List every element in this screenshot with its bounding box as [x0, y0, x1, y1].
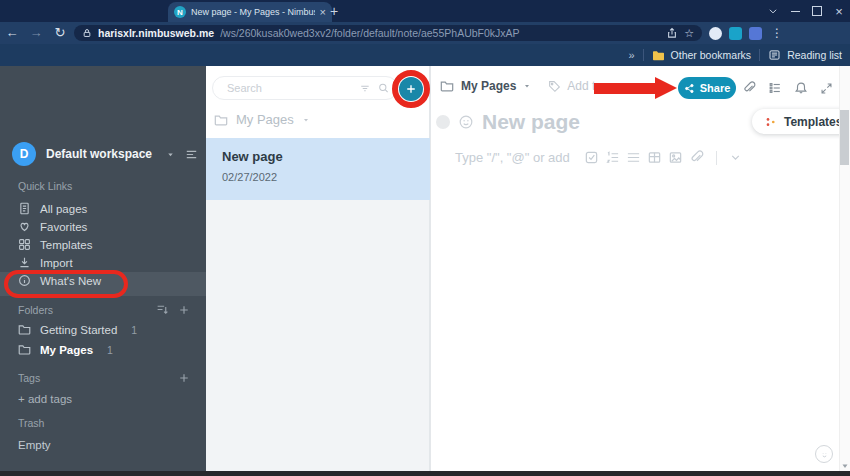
- page-title[interactable]: New page: [482, 110, 580, 134]
- share-label: Share: [700, 82, 731, 94]
- window-minimize-button[interactable]: [784, 0, 806, 22]
- notes-folder-header[interactable]: My Pages: [214, 112, 310, 127]
- bookmarks-bar: » Other bookmarks Reading list: [0, 44, 850, 66]
- help-face-icon: [820, 450, 829, 459]
- attachment-icon[interactable]: [742, 81, 756, 95]
- sidebar-item-label: Favorites: [40, 221, 87, 233]
- folder-label: Getting Started: [40, 324, 117, 336]
- trash-header: Trash: [18, 417, 44, 429]
- editor-body-placeholder-row[interactable]: Type "/", "@" or add: [455, 150, 742, 165]
- tab-close-icon[interactable]: ×: [320, 7, 326, 18]
- search-box[interactable]: [212, 76, 398, 100]
- quick-links-header: Quick Links: [18, 180, 72, 192]
- reading-list-button[interactable]: Reading list: [768, 49, 842, 61]
- annotation-arrow-share: [594, 83, 656, 94]
- notes-list-empty-area: [206, 200, 429, 471]
- browser-menu-icon[interactable]: ⋮: [771, 26, 784, 40]
- screenshot-bottom-edge: [0, 471, 850, 476]
- sidebar-item-label: All pages: [40, 203, 87, 215]
- image-icon[interactable]: [668, 150, 683, 165]
- forward-button[interactable]: →: [24, 22, 48, 44]
- folder-icon: [214, 113, 228, 127]
- emoji-icon[interactable]: [458, 114, 474, 130]
- profile-chevron-icon[interactable]: [762, 0, 784, 22]
- workspace-caret-icon: [166, 150, 175, 159]
- collapse-sidebar-icon[interactable]: [185, 149, 198, 160]
- annotation-circle-add-button: [392, 70, 430, 108]
- toolbar-divider: [716, 151, 717, 165]
- page-status-dot: [436, 115, 450, 129]
- outline-icon[interactable]: [768, 81, 782, 95]
- note-list-item[interactable]: New page 02/27/2022: [206, 138, 430, 200]
- search-input[interactable]: [225, 81, 359, 95]
- notes-folder-title: My Pages: [236, 112, 294, 127]
- folders-header: Folders: [18, 304, 53, 316]
- sidebar-item-all-pages[interactable]: All pages: [18, 202, 87, 215]
- trash-empty-item[interactable]: Empty: [18, 439, 51, 451]
- chevron-down-icon[interactable]: [729, 151, 742, 164]
- note-date: 02/27/2022: [222, 171, 430, 183]
- workspace-switcher[interactable]: D Default workspace: [12, 142, 198, 166]
- bookmark-star-icon[interactable]: ☆: [684, 27, 694, 40]
- checkbox-icon[interactable]: [584, 150, 599, 165]
- bookmarks-overflow-icon[interactable]: »: [628, 49, 634, 61]
- folder-yellow-icon: [652, 50, 665, 61]
- search-icon[interactable]: [378, 82, 389, 94]
- breadcrumb-label: My Pages: [461, 79, 516, 93]
- folder-icon: [440, 79, 454, 93]
- templates-icon: [765, 116, 777, 128]
- chevron-down-icon: [302, 116, 310, 124]
- note-title: New page: [222, 149, 430, 164]
- annotation-circle-my-pages: [4, 270, 128, 298]
- filter-icon[interactable]: [359, 82, 371, 95]
- add-tag-icon[interactable]: [178, 372, 190, 384]
- address-bar[interactable]: harisxlr.nimbusweb.me /ws/260kusak0wed3x…: [74, 25, 702, 41]
- app-sidebar: D Default workspace Quick Links All page…: [0, 66, 206, 471]
- grid-icon: [18, 238, 31, 251]
- share-button[interactable]: Share: [678, 77, 736, 99]
- scrollbar-thumb[interactable]: [840, 110, 849, 165]
- tag-icon: [548, 80, 561, 93]
- reading-list-label: Reading list: [787, 49, 842, 61]
- sidebar-item-import[interactable]: Import: [18, 256, 73, 269]
- folder-icon: [18, 323, 31, 336]
- add-tags-link[interactable]: + add tags: [18, 393, 72, 405]
- breadcrumb-folder[interactable]: My Pages: [440, 79, 531, 93]
- sidebar-item-templates[interactable]: Templates: [18, 238, 92, 251]
- heart-icon: [18, 220, 31, 233]
- notifications-bell-icon[interactable]: [794, 81, 808, 95]
- scrollbar-down-arrow[interactable]: [841, 462, 849, 470]
- help-button[interactable]: [815, 445, 833, 463]
- templates-button[interactable]: Templates: [752, 109, 850, 134]
- expand-icon[interactable]: [820, 82, 833, 95]
- share-page-icon[interactable]: [666, 27, 678, 39]
- sort-folders-icon[interactable]: [156, 303, 169, 316]
- sidebar-folder-my-pages[interactable]: My Pages 1: [18, 343, 113, 356]
- chevron-down-icon: [523, 82, 531, 90]
- back-button[interactable]: ←: [0, 22, 24, 44]
- browser-titlebar: N New page - My Pages - Nimbus × + ×: [0, 0, 850, 22]
- window-close-button[interactable]: ×: [828, 0, 850, 22]
- reload-button[interactable]: ↻: [48, 22, 72, 44]
- body-placeholder-text: Type "/", "@" or add: [455, 150, 570, 165]
- table-icon[interactable]: [647, 150, 662, 165]
- extension-icon-3[interactable]: [749, 27, 762, 40]
- add-folder-icon[interactable]: [178, 304, 190, 316]
- other-bookmarks-button[interactable]: Other bookmarks: [652, 49, 752, 61]
- sidebar-item-label: Import: [40, 257, 73, 269]
- folder-icon: [18, 343, 31, 356]
- numbered-list-icon[interactable]: [605, 150, 620, 165]
- browser-tab[interactable]: N New page - My Pages - Nimbus ×: [168, 2, 332, 22]
- extension-icon-1[interactable]: [709, 27, 722, 40]
- share-icon: [684, 83, 695, 94]
- sidebar-item-favorites[interactable]: Favorites: [18, 220, 87, 233]
- folder-count: 1: [107, 344, 113, 356]
- sidebar-folder-getting-started[interactable]: Getting Started 1: [18, 323, 137, 336]
- reading-list-icon: [768, 49, 781, 61]
- new-tab-button[interactable]: +: [330, 3, 338, 19]
- bullet-list-icon[interactable]: [626, 150, 641, 165]
- window-maximize-button[interactable]: [806, 0, 828, 22]
- extension-icon-2[interactable]: [729, 27, 742, 40]
- attach-file-icon[interactable]: [689, 150, 704, 165]
- tab-favicon: N: [174, 6, 186, 18]
